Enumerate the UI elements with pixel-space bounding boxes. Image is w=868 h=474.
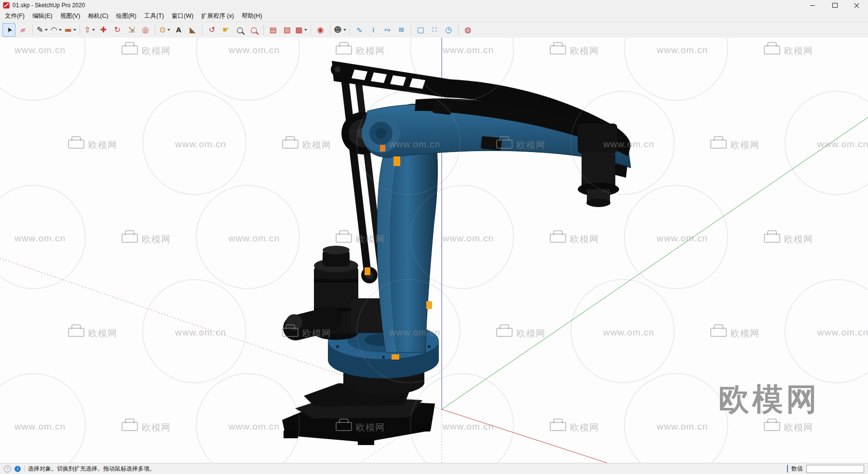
measurements-input[interactable] [806, 465, 864, 473]
dropdown-arrow-icon[interactable] [73, 29, 76, 31]
window-title: 01.skp - SketchUp Pro 2020 [13, 2, 85, 9]
menu-file[interactable]: 文件(F) [1, 11, 28, 22]
offset-tool[interactable]: ◎ [139, 23, 152, 37]
pan-icon: ☛ [222, 26, 229, 34]
section-display-toggle[interactable]: ▧ [281, 23, 294, 37]
measurements-label: 数值 [791, 465, 803, 473]
viewport[interactable]: www.om.cn欧模网www.om.cn欧模网www.om.cn欧模网www.… [0, 38, 868, 463]
robot-arm-model[interactable] [281, 61, 631, 445]
timer-plugin[interactable]: ◷ [442, 23, 455, 37]
big-watermark: 欧模网 [719, 378, 820, 420]
minimize-button[interactable] [801, 0, 824, 11]
info-icon[interactable]: i [14, 466, 21, 472]
dropdown-arrow-icon[interactable] [92, 29, 95, 31]
move-icon: ✚ [100, 26, 107, 34]
menu-edit[interactable]: 编辑(E) [28, 11, 56, 22]
statusbar-divider [24, 465, 25, 472]
menu-tools[interactable]: 工具(T) [140, 11, 168, 22]
pattern-plugin[interactable]: ∷ [428, 23, 441, 37]
pan-tool[interactable]: ☛ [219, 23, 232, 37]
menu-draw[interactable]: 绘图(R) [112, 11, 140, 22]
move-tool[interactable]: ✚ [97, 23, 110, 37]
curve-plugin-1[interactable]: ∿ [353, 23, 366, 37]
toolbar-separator [32, 25, 33, 35]
zoom-extents-icon: ○ [251, 26, 258, 34]
toolbar-separator [263, 25, 264, 35]
menu-bar: 文件(F)编辑(E)视图(V)相机(C)绘图(R)工具(T)窗口(W)扩展程序 … [0, 11, 868, 22]
line-tool[interactable]: ✎ [36, 23, 49, 37]
zoom-tool[interactable]: ○ [233, 23, 246, 37]
curve-plugin-2[interactable]: ≀ [367, 23, 380, 37]
selection-box-plugin-icon: ▢ [417, 26, 424, 34]
toolbar-separator [311, 25, 311, 35]
toolbar-separator [330, 25, 330, 35]
paint-bucket-tool[interactable]: ◣ [186, 23, 199, 37]
shapes-icon: ▬ [64, 26, 71, 34]
robot-wrist [578, 124, 617, 153]
compass-plugin-icon: ◍ [464, 26, 471, 34]
curve-plugin-2-icon: ≀ [372, 26, 375, 34]
rotate-tool[interactable]: ↻ [111, 23, 124, 37]
add-location-icon: ◉ [317, 26, 324, 34]
title-bar: 01.skp - SketchUp Pro 2020 [0, 0, 868, 11]
help-icon[interactable]: ? [4, 465, 11, 473]
timer-plugin-icon: ◷ [445, 26, 452, 34]
menu-extensions[interactable]: 扩展程序 (x) [197, 11, 238, 22]
section-display-toggle-icon: ▧ [284, 26, 291, 34]
curve-plugin-4-icon: ≋ [398, 26, 404, 34]
toolbar: ➤▰✎◠▬⇧✚↻⇲◎⊙A◣↺☛○○▤▧▩◉☻∿≀∾≋▢∷◷◍ [0, 22, 868, 38]
offset-icon: ◎ [142, 26, 149, 34]
close-button[interactable] [846, 0, 868, 11]
curve-plugin-4[interactable]: ≋ [395, 23, 408, 37]
select-tool[interactable]: ➤ [2, 23, 15, 37]
toolbar-separator [411, 25, 411, 35]
line-icon: ✎ [37, 26, 43, 34]
dropdown-arrow-icon[interactable] [304, 29, 307, 31]
menu-view[interactable]: 视图(V) [56, 11, 84, 22]
dropdown-arrow-icon[interactable] [167, 29, 170, 31]
rotate-icon: ↻ [114, 26, 121, 34]
menu-window[interactable]: 窗口(W) [168, 11, 197, 22]
measurements-area: 数值 [787, 465, 864, 473]
status-hint: 选择对象。切换到扩充选择。拖动鼠标选择多项。 [28, 465, 155, 473]
zoom-extents-tool[interactable]: ○ [247, 23, 260, 37]
avatar-icon: ☻ [334, 26, 342, 34]
status-bar: ? i 选择对象。切换到扩充选择。拖动鼠标选择多项。 数值 [0, 463, 868, 474]
orbit-icon: ↺ [209, 26, 215, 34]
dropdown-arrow-icon[interactable] [343, 29, 346, 31]
avatar-tool[interactable]: ☻ [333, 23, 347, 37]
selection-box-plugin[interactable]: ▢ [414, 23, 427, 37]
orange-accent [393, 156, 400, 166]
tape-measure-tool[interactable]: ⊙ [158, 23, 171, 37]
text-tool[interactable]: A [172, 23, 185, 37]
toolbar-separator [155, 25, 155, 35]
push-pull-tool[interactable]: ⇧ [83, 23, 96, 37]
section-plane-icon: ▤ [270, 26, 277, 34]
measurements-divider [787, 465, 788, 473]
compass-plugin[interactable]: ◍ [461, 23, 475, 37]
section-fill-toggle-icon: ▩ [295, 26, 302, 34]
orbit-tool[interactable]: ↺ [205, 23, 218, 37]
add-location-tool[interactable]: ◉ [314, 23, 327, 37]
dropdown-arrow-icon[interactable] [45, 29, 48, 31]
eraser-tool[interactable]: ▰ [16, 23, 29, 37]
select-icon: ➤ [5, 26, 14, 34]
menu-camera[interactable]: 相机(C) [84, 11, 112, 22]
app-icon [3, 2, 10, 9]
scale-tool[interactable]: ⇲ [125, 23, 138, 37]
tape-measure-icon: ⊙ [159, 26, 165, 34]
red-axis [442, 409, 609, 463]
scale-icon: ⇲ [128, 26, 135, 34]
maximize-button[interactable] [824, 0, 846, 11]
green-axis [442, 117, 868, 409]
section-fill-toggle[interactable]: ▩ [295, 23, 308, 37]
curve-plugin-3[interactable]: ∾ [381, 23, 394, 37]
shapes-tool[interactable]: ▬ [64, 23, 77, 37]
toolbar-separator [202, 25, 203, 35]
pattern-plugin-icon: ∷ [432, 26, 437, 34]
dropdown-arrow-icon[interactable] [59, 29, 62, 31]
menu-help[interactable]: 帮助(H) [238, 11, 266, 22]
section-plane-tool[interactable]: ▤ [267, 23, 280, 37]
arc-tool[interactable]: ◠ [50, 23, 63, 37]
text-icon: A [176, 27, 181, 33]
